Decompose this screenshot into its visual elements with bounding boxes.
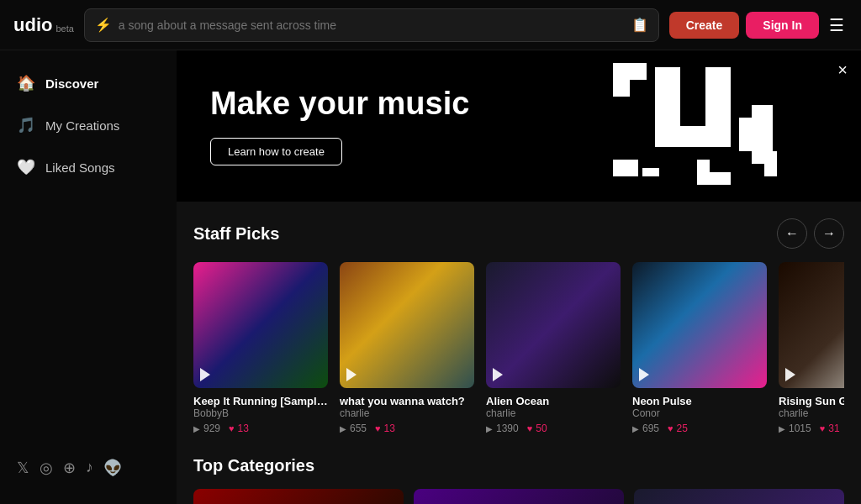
like-count: 25 (668, 423, 688, 434)
sidebar-item-liked-songs[interactable]: 🤍 Liked Songs (0, 148, 177, 186)
logo: udio beta (13, 14, 74, 36)
card-title: Neon Pulse (632, 395, 767, 407)
card-author: charlie (779, 407, 844, 419)
clipboard-icon: 📋 (631, 17, 648, 33)
svg-rect-9 (764, 151, 777, 176)
main-layout: 🏠 Discover 🎵 My Creations 🤍 Liked Songs … (0, 50, 861, 504)
reddit-icon[interactable]: 👽 (103, 459, 122, 477)
card-thumbnail (193, 262, 328, 388)
sidebar-socials: 𝕏 ◎ ⊕ ♪ 👽 (0, 445, 177, 491)
card-thumbnail (632, 262, 767, 388)
heart-icon: 🤍 (17, 158, 35, 176)
sidebar-label-liked-songs: Liked Songs (45, 160, 115, 175)
staff-picks-title: Staff Picks (193, 224, 279, 244)
card-author: charlie (340, 407, 474, 419)
play-count: 695 (632, 423, 659, 434)
sidebar: 🏠 Discover 🎵 My Creations 🤍 Liked Songs … (0, 50, 177, 504)
signin-button[interactable]: Sign In (746, 12, 819, 39)
card-stats: 655 13 (340, 423, 474, 434)
top-categories-section: Top Categories (177, 443, 861, 504)
card-thumbnail (779, 262, 844, 388)
card-author: BobbyB (193, 407, 328, 419)
logo-beta: beta (55, 24, 73, 34)
like-count: 50 (527, 423, 547, 434)
svg-rect-2 (655, 126, 731, 147)
discord-icon[interactable]: ⊕ (63, 459, 76, 477)
tiktok-icon[interactable]: ♪ (86, 459, 93, 477)
card-title: Rising Sun Gospel (779, 395, 844, 407)
category-card[interactable] (414, 489, 624, 504)
card-title: Alien Ocean (486, 395, 621, 407)
play-indicator-icon (639, 368, 649, 381)
card-title: what you wanna watch? (340, 395, 474, 407)
card-author: charlie (486, 407, 621, 419)
create-button[interactable]: Create (669, 12, 740, 39)
svg-rect-7 (752, 105, 773, 118)
categories-title: Top Categories (193, 456, 314, 475)
card-title: Keep It Running [Sample], Danc... (193, 395, 328, 407)
category-card[interactable] (193, 489, 404, 504)
play-count: 929 (193, 423, 220, 434)
search-input[interactable] (119, 18, 625, 32)
staff-pick-card[interactable]: Neon Pulse Conor 695 25 (632, 262, 767, 434)
svg-rect-6 (739, 118, 773, 151)
card-stats: 1390 50 (486, 423, 621, 434)
sidebar-label-discover: Discover (45, 76, 98, 91)
hero-banner: Make your music Learn how to create (177, 50, 861, 202)
logo-text: udio (13, 14, 52, 36)
instagram-icon[interactable]: ◎ (40, 459, 53, 477)
svg-rect-12 (697, 172, 731, 185)
menu-icon[interactable]: ☰ (826, 12, 848, 39)
home-icon: 🏠 (17, 74, 35, 92)
svg-rect-4 (630, 63, 647, 80)
sidebar-item-discover[interactable]: 🏠 Discover (0, 64, 177, 102)
svg-rect-5 (613, 80, 630, 97)
hero-title: Make your music (210, 87, 469, 122)
play-count: 655 (340, 423, 367, 434)
learn-button[interactable]: Learn how to create (210, 138, 342, 165)
play-count: 1390 (486, 423, 519, 434)
play-count: 1015 (779, 423, 811, 434)
sidebar-item-my-creations[interactable]: 🎵 My Creations (0, 106, 177, 144)
main-content: Make your music Learn how to create (177, 50, 861, 504)
staff-pick-card[interactable]: Alien Ocean charlie 1390 50 (486, 262, 621, 434)
card-stats: 929 13 (193, 423, 328, 434)
staff-pick-card[interactable]: Rising Sun Gospel charlie 1015 31 (779, 262, 844, 434)
hero-close-button[interactable]: × (837, 60, 848, 80)
staff-pick-card[interactable]: what you wanna watch? charlie 655 13 (340, 262, 474, 434)
card-thumbnail (340, 262, 474, 388)
svg-rect-3 (613, 63, 630, 80)
search-actions: Create Sign In ☰ (669, 12, 848, 39)
staff-picks-section: Staff Picks ← → Keep It Running [Sample]… (177, 202, 861, 443)
staff-picks-header: Staff Picks ← → (193, 218, 844, 249)
svg-rect-13 (697, 160, 710, 172)
play-indicator-icon (346, 368, 357, 381)
like-count: 13 (375, 423, 395, 434)
staff-picks-cards: Keep It Running [Sample], Danc... BobbyB… (193, 262, 844, 434)
hero-text-block: Make your music Learn how to create (210, 87, 469, 166)
staff-pick-card[interactable]: Keep It Running [Sample], Danc... BobbyB… (193, 262, 328, 434)
twitter-icon[interactable]: 𝕏 (17, 459, 29, 477)
like-count: 13 (229, 423, 249, 434)
play-indicator-icon (785, 368, 795, 381)
nav-arrows: ← → (777, 218, 844, 249)
arrow-next-button[interactable]: → (814, 218, 844, 249)
card-stats: 1015 31 (779, 423, 844, 434)
category-card[interactable] (634, 489, 844, 504)
categories-header: Top Categories (193, 456, 844, 475)
sidebar-label-my-creations: My Creations (45, 118, 119, 133)
svg-rect-10 (613, 160, 638, 176)
like-count: 31 (820, 423, 840, 434)
topbar: udio beta ⚡ 📋 Create Sign In ☰ (0, 0, 861, 50)
play-indicator-icon (493, 368, 503, 381)
search-bar: ⚡ 📋 (84, 8, 659, 42)
card-author: Conor (632, 407, 767, 419)
categories-row (193, 489, 844, 504)
hero-decoration (491, 50, 811, 202)
arrow-prev-button[interactable]: ← (777, 218, 807, 249)
svg-rect-11 (642, 168, 659, 176)
card-thumbnail (486, 262, 621, 388)
sidebar-nav: 🏠 Discover 🎵 My Creations 🤍 Liked Songs (0, 64, 177, 186)
lightning-icon: ⚡ (95, 17, 112, 33)
music-icon: 🎵 (17, 116, 35, 134)
